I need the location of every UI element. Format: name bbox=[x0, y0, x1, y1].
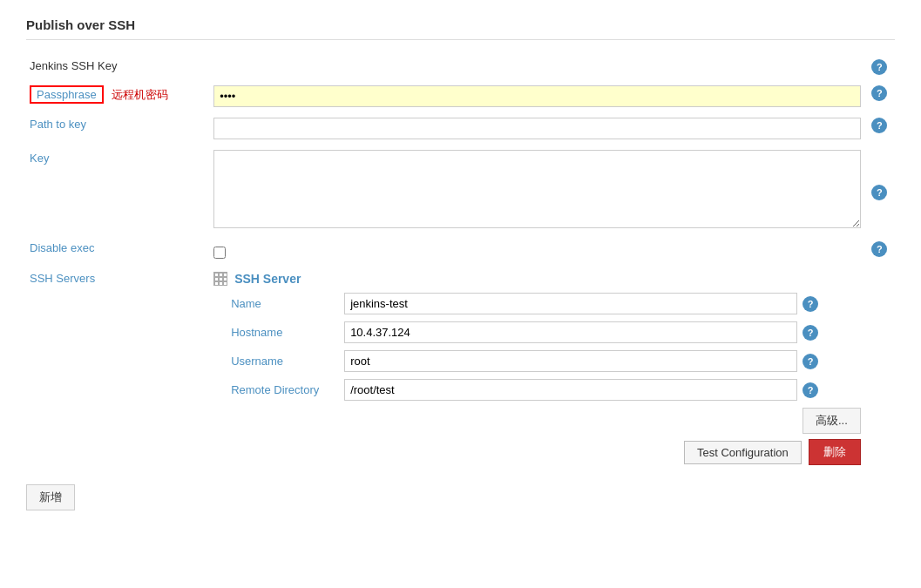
disable-exec-checkbox[interactable] bbox=[213, 247, 226, 259]
key-label: Key bbox=[26, 145, 210, 236]
form-table: Jenkins SSH Key ? Passphrase 远程机密码 ? Pat… bbox=[26, 54, 895, 470]
passphrase-row: Passphrase 远程机密码 ? bbox=[26, 80, 895, 112]
name-input[interactable] bbox=[344, 293, 797, 314]
username-input[interactable] bbox=[344, 350, 797, 372]
test-delete-buttons: Test Configuration 删除 bbox=[231, 439, 861, 465]
test-configuration-button[interactable]: Test Configuration bbox=[684, 441, 802, 464]
jenkins-ssh-key-label: Jenkins SSH Key bbox=[26, 54, 210, 80]
remote-directory-field-label: Remote Directory bbox=[231, 383, 344, 396]
name-help-icon[interactable]: ? bbox=[802, 296, 818, 312]
remote-directory-help-icon[interactable]: ? bbox=[802, 382, 818, 398]
username-row: Username ? bbox=[231, 350, 861, 372]
passphrase-hint: 远程机密码 bbox=[112, 88, 168, 101]
delete-button[interactable]: 删除 bbox=[809, 439, 861, 465]
hostname-row: Hostname ? bbox=[231, 321, 861, 343]
disable-exec-row: Disable exec ? bbox=[26, 236, 895, 267]
ssh-server-block: SSH Server Name ? Hostname bbox=[213, 272, 861, 465]
ssh-servers-label: SSH Servers bbox=[26, 267, 210, 470]
server-action-buttons: 高级... bbox=[231, 408, 861, 434]
passphrase-label: Passphrase bbox=[30, 85, 104, 104]
passphrase-input[interactable] bbox=[213, 85, 861, 107]
grid-icon bbox=[213, 272, 227, 286]
advanced-button[interactable]: 高级... bbox=[802, 408, 861, 434]
remote-directory-input[interactable] bbox=[344, 379, 797, 401]
disable-exec-help-icon[interactable]: ? bbox=[871, 241, 887, 257]
ssh-servers-row: SSH Servers SSH Server Name ? bbox=[26, 267, 895, 470]
disable-exec-label: Disable exec bbox=[26, 236, 210, 267]
page-container: Publish over SSH Jenkins SSH Key ? Passp… bbox=[0, 0, 921, 588]
key-textarea[interactable] bbox=[213, 150, 861, 228]
jenkins-ssh-key-row: Jenkins SSH Key ? bbox=[26, 54, 895, 80]
add-button[interactable]: 新增 bbox=[26, 484, 75, 510]
hostname-field-label: Hostname bbox=[231, 326, 344, 339]
path-to-key-row: Path to key ? bbox=[26, 112, 895, 145]
passphrase-help-icon[interactable]: ? bbox=[871, 85, 887, 101]
jenkins-ssh-key-help-icon[interactable]: ? bbox=[871, 59, 887, 75]
username-field-label: Username bbox=[231, 355, 344, 368]
path-to-key-label: Path to key bbox=[26, 112, 210, 145]
add-button-row: 新增 bbox=[26, 484, 895, 510]
hostname-input[interactable] bbox=[344, 321, 797, 343]
username-help-icon[interactable]: ? bbox=[802, 354, 818, 369]
ssh-server-fields: Name ? Hostname ? Username bbox=[231, 293, 861, 465]
ssh-server-header-label: SSH Server bbox=[234, 272, 301, 286]
key-help-icon[interactable]: ? bbox=[871, 185, 887, 200]
key-row: Key ? bbox=[26, 145, 895, 236]
section-title: Publish over SSH bbox=[26, 17, 895, 40]
remote-directory-row: Remote Directory ? bbox=[231, 379, 861, 401]
ssh-server-header: SSH Server bbox=[213, 272, 861, 286]
path-to-key-input[interactable] bbox=[213, 118, 861, 139]
hostname-help-icon[interactable]: ? bbox=[802, 325, 818, 341]
name-row: Name ? bbox=[231, 293, 861, 314]
name-field-label: Name bbox=[231, 297, 344, 310]
path-to-key-help-icon[interactable]: ? bbox=[871, 118, 887, 133]
